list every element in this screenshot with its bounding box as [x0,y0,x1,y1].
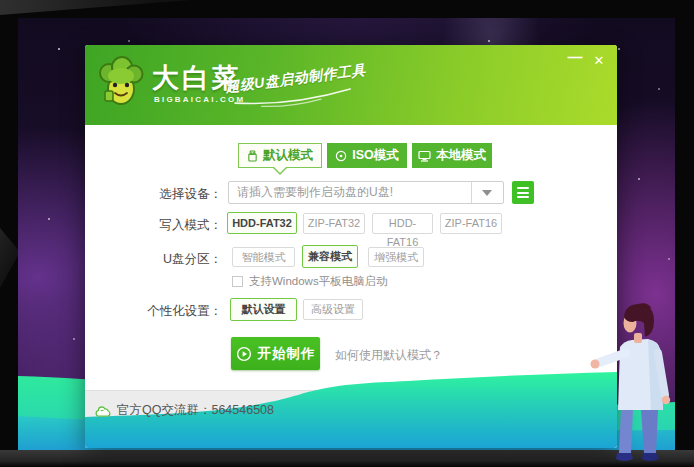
tablet-boot-row: 支持Windows平板电脑启动 [232,274,388,289]
write-mode-option-zip-fat16[interactable]: ZIP-FAT16 [440,213,502,234]
qq-group-row: 官方QQ交流群：564546508 [95,402,274,419]
partition-option-compat[interactable]: 兼容模式 [302,245,358,268]
app-window: 大白菜 BIGBAICAI.COM 超级U盘启动制作工具 — ✕ 默认模式 [85,45,617,448]
device-label: 选择设备： [85,186,222,203]
tab-label: 默认模式 [263,144,313,167]
brand-domain: BIGBAICAI.COM [154,95,245,104]
write-mode-label: 写入模式： [85,217,222,234]
window-header: 大白菜 BIGBAICAI.COM 超级U盘启动制作工具 — ✕ [85,45,617,125]
tab-default-mode[interactable]: 默认模式 [238,143,322,168]
mode-tabs: 默认模式 ISO模式 本地模式 [238,143,492,168]
device-placeholder: 请插入需要制作启动盘的U盘! [237,182,393,203]
chevron-down-icon[interactable] [471,182,503,203]
disc-icon [335,150,347,162]
person-illustration [588,295,688,465]
write-mode-option-hdd-fat32[interactable]: HDD-FAT32 [227,212,297,234]
minimize-button[interactable]: — [567,49,583,65]
device-menu-button[interactable] [512,181,534,204]
personalize-option-advanced[interactable]: 高级设置 [303,299,363,320]
personalize-label: 个性化设置： [85,303,222,320]
write-mode-option-hdd-fat16[interactable]: HDD-FAT16 [372,213,433,234]
monitor-bezel: 大白菜 BIGBAICAI.COM 超级U盘启动制作工具 — ✕ 默认模式 [0,0,694,467]
tablet-boot-checkbox[interactable] [232,276,243,287]
device-select[interactable]: 请插入需要制作启动盘的U盘! [228,181,504,204]
personalize-option-default[interactable]: 默认设置 [230,298,297,321]
tab-label: 本地模式 [436,143,486,168]
usb-icon [247,150,258,162]
hamburger-menu-icon [517,187,529,189]
partition-option-smart[interactable]: 智能模式 [232,247,295,267]
partition-label: U盘分区： [85,251,222,268]
qq-group-text: 官方QQ交流群：564546508 [117,402,274,419]
write-mode-option-zip-fat32[interactable]: ZIP-FAT32 [303,213,365,234]
bezel-glare [0,0,190,15]
monitor-icon [418,150,431,162]
qq-cloud-icon [95,404,111,418]
tab-label: ISO模式 [352,143,399,168]
tablet-boot-label: 支持Windows平板电脑启动 [249,274,388,289]
bezel-glare [0,228,20,288]
tab-local-mode[interactable]: 本地模式 [412,143,492,168]
partition-option-enhanced[interactable]: 增强模式 [368,247,424,267]
close-button[interactable]: ✕ [591,53,607,69]
tab-iso-mode[interactable]: ISO模式 [327,143,407,168]
cabbage-mascot-icon [95,55,147,107]
